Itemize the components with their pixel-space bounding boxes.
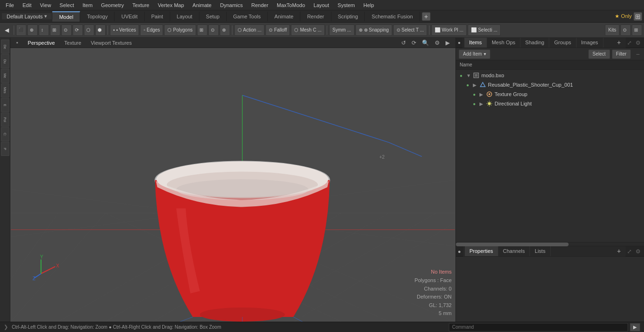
expand-modo-bxo[interactable]: ▼ xyxy=(466,73,471,78)
tab-images[interactable]: Images xyxy=(577,38,603,48)
expand-cup[interactable]: ▶ xyxy=(473,82,478,88)
tree-item-modo-bxo[interactable]: ● ▼ modo.bxo xyxy=(456,71,644,80)
items-panel-expand-btn[interactable]: ● xyxy=(458,40,461,45)
prop-panel-expand-full-btn[interactable]: ⤢ xyxy=(626,248,633,255)
menu-texture[interactable]: Texture xyxy=(129,1,153,9)
menu-edit[interactable]: Edit xyxy=(19,1,35,9)
tool-select-btn[interactable]: ⬛ xyxy=(16,24,26,36)
tab-paint[interactable]: Paint xyxy=(145,12,170,21)
items-select-btn[interactable]: Select xyxy=(588,49,610,59)
menu-dynamics[interactable]: Dynamics xyxy=(216,1,247,9)
prop-panel-settings-btn[interactable]: ⚙ xyxy=(634,248,642,255)
menu-view[interactable]: View xyxy=(36,1,55,9)
kits-btn[interactable]: Kits xyxy=(605,24,619,36)
tab-animate[interactable]: Animate xyxy=(268,12,300,21)
tool-btn-3[interactable]: ↕ xyxy=(39,24,49,36)
menu-render[interactable]: Render xyxy=(248,1,272,9)
add-item-btn[interactable]: Add Item ▾ xyxy=(459,49,490,59)
tool-btn-4[interactable]: ⊞ xyxy=(50,24,60,36)
tool-btn-5[interactable]: ⊙ xyxy=(61,24,72,36)
eye-icon-cup[interactable]: ● xyxy=(464,81,471,88)
symm-btn[interactable]: Symm ... xyxy=(329,24,354,36)
sidebar-btn-7[interactable]: C: xyxy=(1,127,9,141)
menu-animate[interactable]: Animate xyxy=(189,1,215,9)
tab-uvedit[interactable]: UVEdit xyxy=(115,12,144,21)
items-tree-scrollbar[interactable] xyxy=(456,242,644,246)
tab-groups[interactable]: Groups xyxy=(549,38,576,48)
vertices-mode-btn[interactable]: ▪ ▪ Vertices xyxy=(110,24,139,36)
tab-schematic-fusion[interactable]: Schematic Fusion xyxy=(365,12,420,21)
tool-btn-7[interactable]: ⬡ xyxy=(84,24,94,36)
layout-dropdown[interactable]: Default Layouts ▾ xyxy=(2,13,52,19)
tab-lists[interactable]: Lists xyxy=(530,246,551,256)
select-mode-btn[interactable]: ⊕ xyxy=(220,24,230,36)
items-tab-add-btn[interactable]: + xyxy=(614,39,624,46)
items-collapse-btn[interactable]: − xyxy=(635,50,641,58)
menu-system[interactable]: System xyxy=(334,1,359,9)
mesh-select-btn[interactable]: ⊞ xyxy=(197,24,207,36)
viewport-nav-zoom[interactable]: 🔍 xyxy=(420,39,431,47)
tab-mesh-ops[interactable]: Mesh Ops xyxy=(487,38,520,48)
command-execute-btn[interactable]: ▶ xyxy=(630,323,640,332)
menu-help[interactable]: Help xyxy=(360,1,378,9)
viewport-tab-perspective[interactable]: Perspective xyxy=(26,39,57,47)
menu-item[interactable]: Item xyxy=(79,1,96,9)
tab-topology[interactable]: Topology xyxy=(80,12,115,21)
viewport-tab-texture[interactable]: Texture xyxy=(62,39,83,47)
viewport-grid-btn[interactable]: ⊞ xyxy=(632,24,642,36)
expand-texture[interactable]: ▶ xyxy=(479,92,484,97)
command-input[interactable] xyxy=(449,323,628,332)
sidebar-btn-3[interactable]: Me xyxy=(1,69,9,83)
polygons-mode-btn[interactable]: ⬡ Polygons xyxy=(164,24,196,36)
viewport-settings[interactable]: ⚙ xyxy=(433,39,442,47)
tree-item-cup-mesh[interactable]: ● ▶ Reusable_Plastic_Shooter_Cup_001 xyxy=(456,80,644,89)
viewport-play[interactable]: ▶ xyxy=(444,39,452,47)
tab-properties[interactable]: Properties xyxy=(465,246,498,256)
tab-game-tools[interactable]: Game Tools xyxy=(227,12,268,21)
menu-maxtomode[interactable]: MaxToModo xyxy=(273,1,309,9)
tree-item-texture-group[interactable]: ● ▶ Texture Group xyxy=(456,89,644,99)
tab-shading[interactable]: Shading xyxy=(520,38,549,48)
viewport-nav-rotate[interactable]: ↺ xyxy=(399,39,408,47)
mesh-c-btn[interactable]: ⬡ Mesh C ... xyxy=(291,24,325,36)
viewport-nav-reset[interactable]: ⟳ xyxy=(410,39,418,47)
uv-mode-btn[interactable]: ⊙ xyxy=(208,24,219,36)
3d-viewport[interactable]: +2 X Y Z No Items Polygons : Face Channe… xyxy=(10,48,455,322)
tool-btn-8[interactable]: ⬢ xyxy=(95,24,106,36)
tab-model[interactable]: Model xyxy=(52,11,80,22)
items-panel-settings-btn[interactable]: ⚙ xyxy=(634,40,642,46)
selecti-btn[interactable]: ⬜ Selecti ... xyxy=(468,24,501,36)
edges-mode-btn[interactable]: ▫ Edges xyxy=(140,24,163,36)
viewport-tab-viewport-textures[interactable]: Viewport Textures xyxy=(89,39,133,47)
sidebar-btn-6[interactable]: Pol xyxy=(1,113,9,127)
work-pl-btn[interactable]: ⬜ Work Pl ... xyxy=(431,24,467,36)
items-filter-btn[interactable]: Filter xyxy=(612,49,631,59)
viewport-layout-btn[interactable]: ⊙ xyxy=(620,24,631,36)
sidebar-btn-5[interactable]: E xyxy=(1,98,9,112)
menu-vertex-map[interactable]: Vertex Map xyxy=(154,1,188,9)
tab-channels[interactable]: Channels xyxy=(498,246,530,256)
properties-tab-add-btn[interactable]: + xyxy=(614,247,624,255)
menu-layout[interactable]: Layout xyxy=(310,1,333,9)
eye-icon-light[interactable]: ● xyxy=(471,100,478,107)
falloff-btn[interactable]: ⊙ Falloff xyxy=(265,24,290,36)
snapping-btn[interactable]: ⊕ ⊕ Snapping xyxy=(355,24,392,36)
select-t-btn[interactable]: ⊙ Select T ... xyxy=(393,24,427,36)
tree-item-dir-light[interactable]: ● ▶ Directional Light xyxy=(456,99,644,108)
tab-render[interactable]: Render xyxy=(300,12,331,21)
expand-light[interactable]: ▶ xyxy=(479,101,484,106)
sidebar-btn-8[interactable]: P xyxy=(1,142,9,156)
add-layout-tab-button[interactable]: + xyxy=(422,12,430,21)
tool-btn-6[interactable]: ⟳ xyxy=(73,24,83,36)
tab-setup[interactable]: Setup xyxy=(199,12,227,21)
sidebar-btn-1[interactable]: De xyxy=(1,40,9,54)
prop-panel-expand-btn[interactable]: ● xyxy=(458,249,461,254)
menu-file[interactable]: File xyxy=(2,1,18,9)
toolbar-collapse-btn[interactable]: ◀ xyxy=(2,24,12,36)
action-btn[interactable]: ⬡ Action ... xyxy=(234,24,265,36)
sidebar-btn-2[interactable]: Du xyxy=(1,54,9,68)
eye-icon-modo-bxo[interactable]: ● xyxy=(458,72,464,79)
sidebar-btn-4[interactable]: Mes xyxy=(1,83,9,97)
tab-items[interactable]: Items xyxy=(464,38,487,48)
layout-settings-button[interactable]: ⊞ xyxy=(634,12,642,21)
